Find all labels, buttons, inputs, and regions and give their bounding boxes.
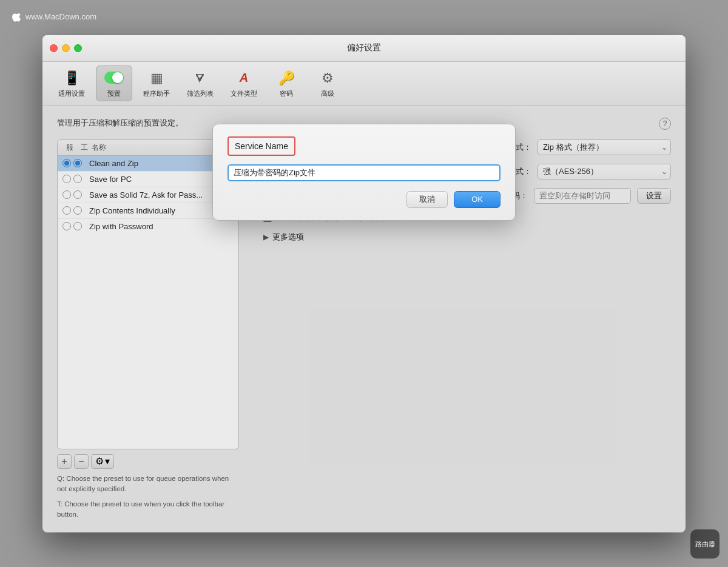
maximize-button[interactable] — [74, 44, 82, 52]
toolbar-item-presets[interactable]: 预置 — [96, 65, 132, 101]
toolbar-label-advanced: 高级 — [321, 89, 334, 98]
toolbar-label-presets: 预置 — [107, 89, 121, 98]
toolbar-label-filter: 筛选列表 — [187, 89, 214, 98]
router-icon-badge: 路由器 — [690, 529, 720, 559]
cancel-button[interactable]: 取消 — [406, 191, 448, 208]
main-window: 偏好设置 📱 通用设置 预置 ▦ 程序助手 ⛛ 筛选列表 A 文件类型 🔑 密码 — [42, 35, 686, 532]
dialog-buttons: 取消 OK — [228, 191, 500, 208]
toolbar: 📱 通用设置 预置 ▦ 程序助手 ⛛ 筛选列表 A 文件类型 🔑 密码 ⚙ 高级 — [42, 62, 686, 106]
ok-button[interactable]: OK — [454, 191, 500, 208]
toolbar-item-filter[interactable]: ⛛ 筛选列表 — [181, 66, 220, 101]
service-name-dialog: Service Name 取消 OK — [212, 124, 516, 221]
toolbar-item-assistant[interactable]: ▦ 程序助手 — [137, 66, 176, 101]
general-icon: 📱 — [62, 69, 81, 88]
toolbar-item-general[interactable]: 📱 通用设置 — [52, 66, 91, 101]
watermark-url: www.MacDown.com — [25, 12, 96, 21]
main-content: 管理用于压缩和解压缩的预置设定。 ? 服 工 名称 — [42, 106, 686, 532]
dialog-overlay: Service Name 取消 OK — [42, 106, 686, 532]
toolbar-label-assistant: 程序助手 — [143, 89, 170, 98]
router-label: 路由器 — [695, 540, 715, 549]
traffic-lights — [50, 44, 82, 52]
filter-icon: ⛛ — [190, 69, 210, 88]
window-title: 偏好设置 — [347, 42, 381, 53]
minimize-button[interactable] — [62, 44, 70, 52]
service-name-input[interactable] — [228, 164, 500, 181]
password-icon: 🔑 — [277, 69, 296, 88]
toggle-switch — [104, 72, 124, 84]
toolbar-item-advanced[interactable]: ⚙ 高级 — [309, 66, 346, 101]
toolbar-item-filetype[interactable]: A 文件类型 — [224, 66, 263, 101]
toolbar-label-general: 通用设置 — [58, 89, 85, 98]
filetype-icon: A — [234, 69, 254, 88]
titlebar: 偏好设置 — [42, 35, 686, 62]
toolbar-label-password: 密码 — [280, 89, 293, 98]
toolbar-item-password[interactable]: 🔑 密码 — [268, 66, 305, 101]
presets-icon — [104, 69, 124, 88]
dialog-title: Service Name — [228, 136, 295, 156]
assistant-icon: ▦ — [147, 69, 166, 88]
dialog-input-row — [228, 164, 500, 181]
toolbar-label-filetype: 文件类型 — [231, 89, 257, 98]
close-button[interactable] — [50, 44, 58, 52]
watermark-top: www.MacDown.com — [11, 11, 96, 22]
advanced-icon: ⚙ — [318, 69, 337, 88]
apple-icon — [11, 11, 22, 22]
